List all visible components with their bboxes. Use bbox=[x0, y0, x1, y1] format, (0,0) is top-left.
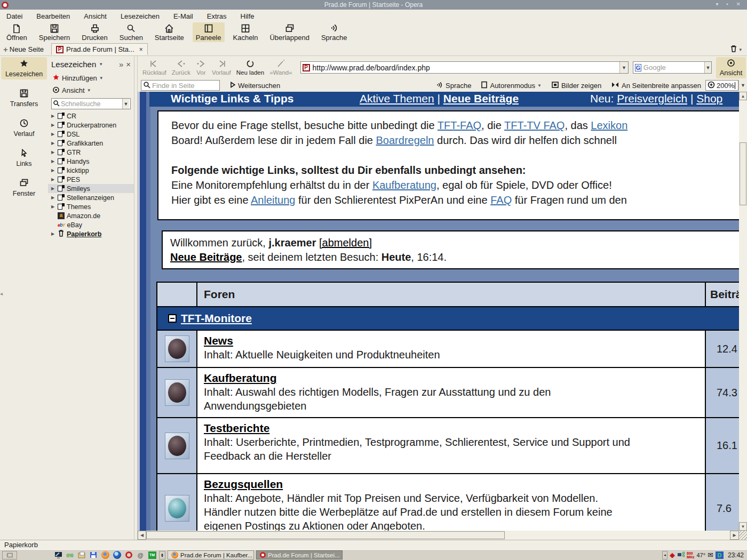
expander-icon[interactable]: ▶ bbox=[51, 186, 55, 191]
mail-tray-icon[interactable]: ✉ bbox=[708, 551, 713, 559]
bookmark-item-papierkorb[interactable]: ▶Papierkorb bbox=[48, 229, 134, 238]
address-dropdown-icon[interactable]: ▼ bbox=[619, 62, 628, 73]
quick-search-field[interactable]: ▼ bbox=[51, 98, 131, 109]
scrollbar-thumb[interactable] bbox=[146, 531, 505, 539]
chevron-down-icon[interactable]: ▼ bbox=[99, 62, 103, 67]
voice-button[interactable]: Sprache bbox=[318, 22, 350, 42]
search-button[interactable]: Suchen bbox=[116, 22, 146, 42]
home-button[interactable]: Startseite bbox=[152, 22, 187, 42]
bookmark-item-druckerpatronen[interactable]: ▶Druckerpatronen bbox=[48, 121, 134, 130]
find-next-button[interactable]: Weitersuchen bbox=[229, 82, 280, 90]
shop-link[interactable]: Shop bbox=[696, 92, 722, 105]
tray-red-icon[interactable]: ◆ bbox=[670, 551, 675, 559]
price-compare-link[interactable]: Preisvergleich bbox=[617, 92, 687, 105]
lexikon-link[interactable]: Lexikon bbox=[591, 119, 627, 131]
forum-link[interactable]: Kaufberatung bbox=[204, 372, 277, 385]
thunderbird-icon[interactable] bbox=[112, 551, 122, 559]
find-input[interactable] bbox=[150, 82, 218, 90]
expander-icon[interactable]: ▶ bbox=[51, 150, 55, 155]
tray-network-icon[interactable] bbox=[677, 550, 685, 560]
expander-icon[interactable]: ▶ bbox=[51, 114, 55, 118]
fit-to-width-button[interactable]: An Seitenbreite anpassen bbox=[611, 82, 701, 90]
menu-datei[interactable]: Datei bbox=[6, 12, 22, 20]
rail-links-button[interactable]: Links bbox=[12, 147, 36, 169]
bookmark-item-pes[interactable]: ▶PES bbox=[48, 175, 134, 184]
scroll-left-icon[interactable]: ◀ bbox=[138, 531, 146, 540]
expander-icon[interactable]: ▶ bbox=[51, 123, 55, 127]
scroll-right-icon[interactable]: ▶ bbox=[730, 531, 739, 540]
bookmark-item-gtr[interactable]: ▶GTR bbox=[48, 148, 134, 157]
scroll-up-icon[interactable]: ▲ bbox=[739, 92, 747, 100]
search-dropdown-icon[interactable]: ▼ bbox=[122, 99, 129, 109]
bookmark-item-dsl[interactable]: ▶DSL bbox=[48, 130, 134, 139]
blue-save-icon[interactable] bbox=[89, 551, 98, 559]
show-images-button[interactable]: Bilder zeigen bbox=[551, 81, 601, 90]
new-posts-link[interactable]: Neue Beiträge bbox=[170, 251, 242, 263]
tft-tv-faq-link[interactable]: TFT-TV FAQ bbox=[504, 119, 565, 131]
rewind-button[interactable]: Rücklauf bbox=[140, 60, 169, 76]
expander-icon[interactable]: ▶ bbox=[51, 177, 55, 182]
bookmark-item-stellenanzeigen[interactable]: ▶Stellenanzeigen bbox=[48, 193, 134, 202]
expander-icon[interactable]: ▶ bbox=[51, 159, 55, 164]
google-dropdown-icon[interactable]: ▼ bbox=[704, 62, 711, 73]
kaufberatung-link[interactable]: Kaufberatung bbox=[372, 179, 436, 191]
view-button[interactable]: Ansicht bbox=[716, 57, 746, 78]
horizontal-scrollbar[interactable]: ◀ ▶ bbox=[138, 531, 747, 540]
vertical-scrollbar[interactable]: ▲ ▼ bbox=[739, 92, 747, 531]
google-search-field[interactable]: G ▼ bbox=[633, 61, 712, 74]
quick-search-input[interactable] bbox=[60, 100, 122, 108]
boardregeln-link[interactable]: Boardregeln bbox=[376, 134, 434, 146]
faq-link[interactable]: FAQ bbox=[490, 194, 512, 206]
closed-tabs-button[interactable]: ▾ bbox=[729, 44, 742, 54]
bookmark-item-cr[interactable]: ▶CR bbox=[48, 111, 134, 121]
menu-ansicht[interactable]: Ansicht bbox=[84, 12, 107, 20]
section-link[interactable]: TFT-Monitore bbox=[181, 312, 252, 325]
rail-windows-button[interactable]: Fenster bbox=[9, 177, 39, 199]
new-page-button[interactable]: + Neue Seite bbox=[3, 45, 44, 54]
menu-email[interactable]: E-Mail bbox=[173, 12, 193, 20]
tab-close-icon[interactable]: × bbox=[139, 46, 143, 53]
show-desktop-button[interactable] bbox=[2, 551, 17, 559]
toolbar-overflow-icon[interactable]: ▲▼ bbox=[159, 551, 165, 559]
expand-panel-icon[interactable]: » bbox=[119, 60, 123, 69]
tile-button[interactable]: Kacheln bbox=[230, 22, 261, 42]
cascade-button[interactable]: Überlappend bbox=[266, 22, 312, 42]
expander-icon[interactable]: ▶ bbox=[51, 204, 55, 209]
forum-link[interactable]: Bezugsquellen bbox=[204, 478, 283, 491]
reload-button[interactable]: Neu laden bbox=[234, 60, 267, 76]
bookmark-item-themes[interactable]: ▶Themes bbox=[48, 202, 134, 211]
tray-collapse-icon[interactable]: ◂ bbox=[662, 551, 667, 559]
open-button[interactable]: Öffnen bbox=[3, 22, 30, 42]
opera-icon[interactable] bbox=[124, 551, 133, 559]
panel-view-button[interactable]: Ansicht ▼ bbox=[48, 84, 134, 97]
close-panel-icon[interactable]: × bbox=[126, 60, 131, 69]
scroll-down-icon[interactable]: ▼ bbox=[739, 522, 747, 531]
panels-button[interactable]: Paneele bbox=[193, 22, 225, 42]
bookmark-item-handys[interactable]: ▶Handys bbox=[48, 157, 134, 166]
rail-transfers-button[interactable]: Transfers bbox=[6, 87, 42, 109]
firefox-icon[interactable] bbox=[100, 551, 110, 559]
forward-button[interactable]: Vor bbox=[193, 60, 209, 76]
active-topics-link[interactable]: Aktive Themen bbox=[360, 92, 434, 105]
find-in-page-field[interactable] bbox=[141, 80, 220, 91]
expander-icon[interactable]: ▶ bbox=[51, 168, 55, 173]
rail-history-button[interactable]: Verlauf bbox=[10, 117, 39, 139]
panel-collapse-handle[interactable]: ◂ bbox=[0, 291, 3, 297]
bookmark-item-smileys[interactable]: ▶Smileys bbox=[48, 184, 134, 193]
tray-d-icon[interactable]: D bbox=[716, 551, 724, 559]
expander-icon[interactable]: ▶ bbox=[51, 195, 55, 200]
window-controls[interactable]: ▾ ▪ ✕ bbox=[716, 1, 744, 7]
compose-mail-icon[interactable]: @ bbox=[136, 551, 145, 559]
new-posts-link[interactable]: Neue Beiträge bbox=[443, 92, 519, 105]
resize-grip[interactable] bbox=[739, 531, 747, 540]
chevron-down-icon[interactable]: ▼ bbox=[537, 83, 542, 88]
zoom-dropdown-icon[interactable]: ▼ bbox=[738, 80, 747, 91]
print-button[interactable]: Drucken bbox=[78, 22, 110, 42]
bookmark-item-grafikkarten[interactable]: ▶Grafikkarten bbox=[48, 139, 134, 148]
bookmark-item-kicktipp[interactable]: ▶kicktipp bbox=[48, 166, 134, 175]
bookmark-item-ebay[interactable]: ebYeBay bbox=[48, 220, 134, 229]
add-bookmark-button[interactable]: Hinzufügen ▼ bbox=[48, 72, 134, 84]
menu-bearbeiten[interactable]: Bearbeiten bbox=[36, 12, 70, 20]
display-icon[interactable] bbox=[53, 551, 63, 559]
expander-icon[interactable]: ▶ bbox=[51, 231, 55, 236]
